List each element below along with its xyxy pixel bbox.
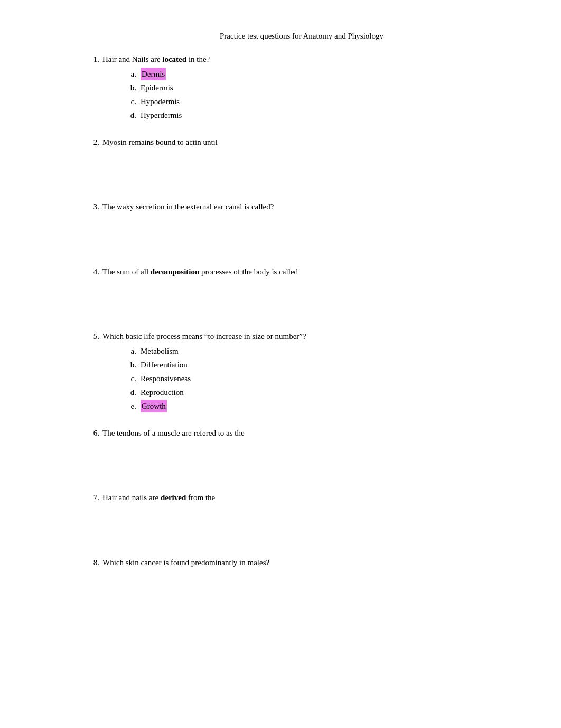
spacer-after-q3 <box>85 228 519 266</box>
page-title: Practice test questions for Anatomy and … <box>85 32 519 41</box>
answer-text-1-1: Dermis <box>141 68 166 80</box>
answer-item-1-1: a.Dermis <box>127 68 519 80</box>
question-5: 5.Which basic life process means “to inc… <box>85 330 519 412</box>
answer-item-5-1: a.Metabolism <box>127 345 519 357</box>
question-number-1: 1. <box>85 55 99 64</box>
question-number-8: 8. <box>85 558 99 567</box>
question-text-8: Which skin cancer is found predominantly… <box>102 557 269 569</box>
answer-text-5-5: Growth <box>141 400 167 412</box>
question-text-2: Myosin remains bound to actin until <box>102 136 218 149</box>
question-2: 2.Myosin remains bound to actin until <box>85 136 519 149</box>
spacer-after-q6 <box>85 454 519 492</box>
answer-item-5-4: d.Reproduction <box>127 386 519 399</box>
answer-item-5-3: c.Responsiveness <box>127 372 519 385</box>
question-text-3: The waxy secretion in the external ear c… <box>102 201 274 213</box>
answer-list-1: a.Dermisb.Epidermisc.Hypodermisd.Hyperde… <box>127 68 519 122</box>
answer-text-1-2: Epidermis <box>141 81 173 94</box>
question-text-6: The tendons of a muscle are refered to a… <box>102 427 245 439</box>
question-3: 3.The waxy secretion in the external ear… <box>85 201 519 213</box>
question-1: 1.Hair and Nails are located in the?a.De… <box>85 53 519 122</box>
answer-letter-5-4: d. <box>127 386 136 399</box>
question-8: 8.Which skin cancer is found predominant… <box>85 557 519 569</box>
answer-letter-5-1: a. <box>127 345 136 357</box>
question-7: 7.Hair and nails are derived from the <box>85 492 519 504</box>
answer-text-5-2: Differentiation <box>141 358 188 371</box>
question-4: 4.The sum of all decomposition processes… <box>85 266 519 278</box>
answer-letter-1-4: d. <box>127 109 136 122</box>
answer-list-5: a.Metabolismb.Differentiationc.Responsiv… <box>127 345 519 412</box>
question-number-4: 4. <box>85 268 99 277</box>
answer-item-5-5: e.Growth <box>127 400 519 412</box>
answer-letter-5-5: e. <box>127 400 136 412</box>
answer-item-5-2: b.Differentiation <box>127 358 519 371</box>
answer-letter-5-2: b. <box>127 358 136 371</box>
answer-letter-5-3: c. <box>127 372 136 385</box>
answer-text-5-1: Metabolism <box>141 345 179 357</box>
question-number-6: 6. <box>85 429 99 438</box>
question-text-7: Hair and nails are derived from the <box>102 492 215 504</box>
question-number-2: 2. <box>85 138 99 147</box>
question-number-7: 7. <box>85 493 99 502</box>
question-text-4: The sum of all decomposition processes o… <box>102 266 298 278</box>
question-number-3: 3. <box>85 202 99 211</box>
question-number-5: 5. <box>85 332 99 341</box>
answer-letter-1-2: b. <box>127 81 136 94</box>
answer-text-1-3: Hypodermis <box>141 95 180 108</box>
answer-item-1-4: d.Hyperdermis <box>127 109 519 122</box>
answer-text-5-3: Responsiveness <box>141 372 191 385</box>
answer-text-5-4: Reproduction <box>141 386 184 399</box>
spacer-after-q7 <box>85 519 519 557</box>
spacer-after-q4 <box>85 292 519 330</box>
question-text-1: Hair and Nails are located in the? <box>102 53 210 66</box>
answer-item-1-3: c.Hypodermis <box>127 95 519 108</box>
spacer-after-q2 <box>85 163 519 201</box>
answer-letter-1-1: a. <box>127 68 136 80</box>
question-text-5: Which basic life process means “to incre… <box>102 330 306 343</box>
question-6: 6.The tendons of a muscle are refered to… <box>85 427 519 439</box>
answer-item-1-2: b.Epidermis <box>127 81 519 94</box>
answer-text-1-4: Hyperdermis <box>141 109 182 122</box>
answer-letter-1-3: c. <box>127 95 136 108</box>
